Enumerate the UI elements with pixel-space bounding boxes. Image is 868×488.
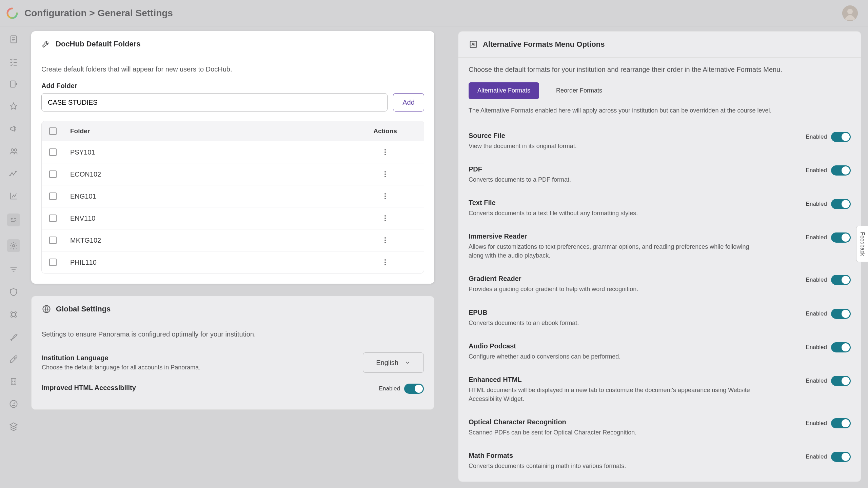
enabled-label: Enabled [806, 420, 827, 427]
row-checkbox[interactable] [49, 148, 57, 156]
format-row: EPUB Converts documents to an ebook form… [469, 301, 851, 335]
language-select[interactable]: English [363, 352, 424, 373]
row-actions-menu[interactable] [381, 258, 389, 266]
alt-format-icon [469, 40, 478, 49]
table-row: ENV110 [42, 207, 424, 229]
enabled-label: Enabled [806, 344, 827, 351]
svg-point-27 [384, 218, 386, 219]
format-desc: Converts documents to a text file withou… [469, 209, 753, 218]
format-toggle[interactable] [831, 418, 851, 428]
folder-name: ENV110 [70, 215, 351, 222]
format-toggle[interactable] [831, 342, 851, 352]
table-row: PSY101 [42, 141, 424, 163]
format-desc: View the document in its original format… [469, 142, 753, 150]
add-folder-input[interactable] [41, 93, 388, 111]
format-toggle[interactable] [831, 165, 851, 176]
format-title: Text File [469, 199, 792, 207]
dochub-card: DocHub Default Folders Create default fo… [31, 31, 434, 284]
row-checkbox[interactable] [49, 192, 57, 200]
globe-icon [42, 304, 51, 314]
folder-name: ENG101 [70, 192, 351, 200]
row-checkbox[interactable] [49, 215, 57, 222]
row-actions-menu[interactable] [381, 170, 389, 178]
format-desc: Provides a guiding color gradient to hel… [469, 285, 753, 293]
global-intro: Settings to ensure Panorama is configure… [42, 330, 424, 338]
enabled-label: Enabled [806, 234, 827, 241]
format-title: Audio Podcast [469, 342, 792, 350]
enabled-label: Enabled [806, 201, 827, 207]
table-row: ENG101 [42, 185, 424, 207]
svg-point-31 [384, 242, 386, 243]
folder-name: ECON102 [70, 170, 351, 178]
format-toggle[interactable] [831, 132, 851, 142]
global-settings-card: Global Settings Settings to ensure Panor… [31, 296, 434, 410]
enabled-label: Enabled [806, 277, 827, 283]
tab-reorder-formats[interactable]: Reorder Formats [547, 82, 611, 99]
format-toggle[interactable] [831, 275, 851, 285]
svg-point-26 [384, 215, 386, 217]
svg-point-30 [384, 240, 386, 241]
format-title: Source File [469, 132, 792, 140]
format-toggle[interactable] [831, 309, 851, 319]
svg-point-17 [384, 149, 386, 150]
dochub-intro: Create default folders that will appear … [41, 65, 424, 73]
folder-name: PSY101 [70, 148, 351, 156]
row-actions-menu[interactable] [381, 148, 389, 156]
row-actions-menu[interactable] [381, 236, 389, 244]
enabled-label: Enabled [806, 453, 827, 460]
alt-note: The Alternative Formats enabled here wil… [469, 107, 851, 114]
add-button[interactable]: Add [393, 93, 424, 111]
folder-table: Folder Actions PSY101 ECON102 ENG101 ENV… [41, 121, 424, 273]
svg-point-22 [384, 176, 386, 177]
format-row: Optical Character Recognition Scanned PD… [469, 411, 851, 444]
dochub-title: DocHub Default Folders [56, 40, 141, 48]
format-title: Optical Character Recognition [469, 418, 792, 426]
enabled-label: Enabled [806, 310, 827, 317]
format-desc: Scanned PDFs can be sent for Optical Cha… [469, 428, 753, 437]
html-a11y-toggle[interactable] [404, 384, 424, 394]
svg-point-21 [384, 174, 386, 175]
svg-point-23 [384, 193, 386, 195]
format-toggle[interactable] [831, 376, 851, 386]
format-toggle[interactable] [831, 452, 851, 462]
folder-name: MKTG102 [70, 237, 351, 244]
format-desc: Configure whether audio conversions can … [469, 352, 753, 361]
row-checkbox[interactable] [49, 259, 57, 266]
format-title: EPUB [469, 309, 792, 317]
enabled-label: Enabled [379, 385, 400, 392]
enabled-label: Enabled [806, 378, 827, 384]
global-title: Global Settings [56, 305, 111, 313]
row-actions-menu[interactable] [381, 214, 389, 222]
row-checkbox[interactable] [49, 170, 57, 178]
svg-point-32 [384, 259, 386, 261]
format-row: Enhanced HTML HTML documents will be dis… [469, 368, 851, 411]
format-row: Text File Converts documents to a text f… [469, 191, 851, 225]
format-toggle[interactable] [831, 199, 851, 209]
format-desc: Converts documents containing math into … [469, 462, 753, 470]
format-title: PDF [469, 165, 792, 173]
format-row: Math Formats Converts documents containi… [469, 444, 851, 478]
row-actions-menu[interactable] [381, 192, 389, 200]
svg-point-24 [384, 196, 386, 197]
row-checkbox[interactable] [49, 237, 57, 244]
svg-point-28 [384, 220, 386, 221]
lang-desc: Choose the default language for all acco… [42, 364, 353, 371]
svg-point-33 [384, 262, 386, 263]
alt-title: Alternative Formats Menu Options [483, 40, 605, 49]
svg-point-34 [384, 264, 386, 265]
svg-point-19 [384, 154, 386, 155]
svg-point-29 [384, 237, 386, 239]
enabled-label: Enabled [806, 167, 827, 174]
tab-alt-formats[interactable]: Alternative Formats [469, 82, 539, 99]
format-row: PDF Converts documents to a PDF format. … [469, 158, 851, 191]
alt-intro: Choose the default formats for your inst… [469, 66, 851, 74]
format-toggle[interactable] [831, 232, 851, 243]
format-title: Immersive Reader [469, 232, 792, 240]
format-desc: Converts documents to a PDF format. [469, 175, 753, 184]
format-row: Source File View the document in its ori… [469, 124, 851, 158]
table-row: ECON102 [42, 163, 424, 185]
lang-title: Institution Language [42, 354, 353, 362]
feedback-tab[interactable]: Feedback [856, 226, 868, 262]
format-title: Enhanced HTML [469, 376, 792, 384]
select-all-checkbox[interactable] [49, 127, 57, 135]
